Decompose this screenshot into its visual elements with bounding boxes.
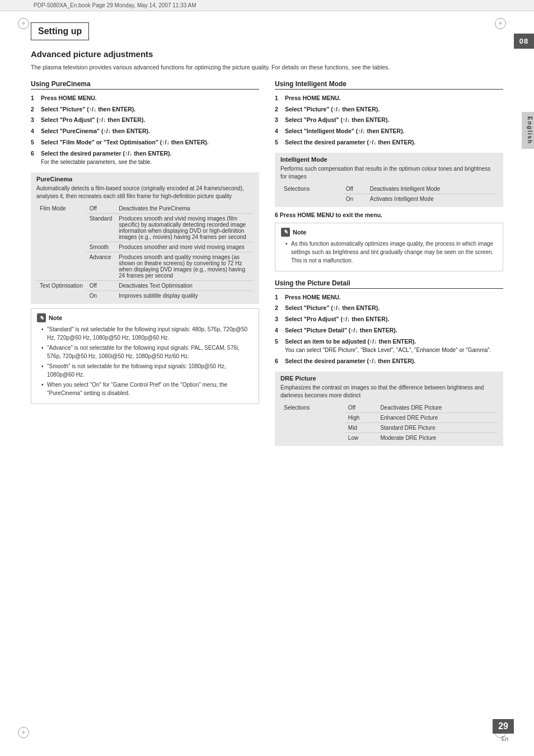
purecinema-heading: Using PureCinema xyxy=(31,80,259,90)
step-1r: 1 Press HOME MENU. xyxy=(275,94,503,103)
step-2r: 2 Select "Picture" (↑/↓ then ENTER). xyxy=(275,105,503,114)
purecinema-box-title: PureCinema xyxy=(36,176,254,182)
intelligent-steps: 1 Press HOME MENU. 2 Select "Picture" (↑… xyxy=(275,94,503,147)
corner-mark-bl xyxy=(18,727,29,738)
note-icon-left: ✎ xyxy=(37,313,46,322)
corner-mark-tl xyxy=(18,18,29,29)
step-2: 2 Select "Picture" (↑/↓ then ENTER). xyxy=(31,105,259,114)
step-4r: 4 Select "Intelligent Mode" (↑/↓ then EN… xyxy=(275,127,503,136)
step-3r: 3 Select "Pro Adjust" (↑/↓ then ENTER). xyxy=(275,116,503,125)
note-list-right: As this function automatically optimizes… xyxy=(281,240,497,265)
page-number: 29 xyxy=(493,719,514,734)
note-title-left: Note xyxy=(49,314,62,321)
header-text: PDP-5080XA_En.book Page 29 Monday, May 1… xyxy=(34,2,196,8)
intelligent-heading: Using Intelligent Mode xyxy=(275,80,503,90)
purecinema-steps: 1 Press HOME MENU. 2 Select "Picture" (↑… xyxy=(31,94,259,167)
left-column: Using PureCinema 1 Press HOME MENU. 2 Se… xyxy=(31,80,259,450)
intelligent-box: Intelligent Mode Performs such compensat… xyxy=(275,153,503,207)
step-3pd: 3 Select "Pro Adjust" (↑/↓ then ENTER). xyxy=(275,315,503,324)
note-item: When you select "On" for "Game Control P… xyxy=(41,381,253,397)
step-4pd: 4 Select "Picture Detail" (↑/↓ then ENTE… xyxy=(275,326,503,335)
step-6: 6 Select the desired parameter (↑/↓ then… xyxy=(31,149,259,167)
table-row: Film Mode Off Deactivates the PureCinema xyxy=(36,204,254,214)
main-title: Advanced picture adjustments xyxy=(31,49,503,59)
picture-detail-heading: Using the Picture Detail xyxy=(275,279,503,289)
step-4: 4 Select "PureCinema" (↑/↓ then ENTER). xyxy=(31,127,259,136)
intelligent-table: Selections Off Deactivates Intelligent M… xyxy=(280,184,498,204)
section-number: 08 xyxy=(514,34,534,49)
page-title: Setting up xyxy=(38,26,82,36)
table-row: Text Optimisation Off Deactivates Text O… xyxy=(36,281,254,291)
step-2pd: 2 Select "Picture" (↑/↓ then ENTER). xyxy=(275,304,503,313)
purecinema-box-desc: Automatically detects a film-based sourc… xyxy=(36,185,254,200)
step-1: 1 Press HOME MENU. xyxy=(31,94,259,103)
step-6-right: 6 Press HOME MENU to exit the menu. xyxy=(275,212,503,218)
dre-box-desc: Emphasizes the contrast on images so tha… xyxy=(280,384,498,400)
step-5pd: 5 Select an item to be adjusted (↑/↓ the… xyxy=(275,337,503,355)
intro-text: The plasma television provides various a… xyxy=(31,63,503,72)
page-en: En xyxy=(502,736,508,742)
purecinema-box: PureCinema Automatically detects a film-… xyxy=(31,172,259,304)
dre-box-title: DRE Picture xyxy=(280,375,498,382)
step-5r: 5 Select the desired parameter (↑/↓ then… xyxy=(275,138,503,147)
intelligent-box-title: Intelligent Mode xyxy=(280,156,498,163)
note-box-left: ✎ Note "Standard" is not selectable for … xyxy=(31,308,259,404)
step-5: 5 Select "Film Mode" or "Text Optimisati… xyxy=(31,138,259,147)
header-bar: PDP-5080XA_En.book Page 29 Monday, May 1… xyxy=(0,0,534,11)
corner-mark-tr xyxy=(495,18,506,29)
note-box-right: ✎ Note As this function automatically op… xyxy=(275,223,503,271)
step-1pd: 1 Press HOME MENU. xyxy=(275,293,503,302)
note-item: As this function automatically optimizes… xyxy=(285,240,497,265)
title-box: Setting up xyxy=(31,22,89,40)
main-content: Setting up Advanced picture adjustments … xyxy=(0,17,534,462)
dre-box: DRE Picture Emphasizes the contrast on i… xyxy=(275,372,503,446)
right-column: Using Intelligent Mode 1 Press HOME MENU… xyxy=(275,80,503,450)
note-title-right: Note xyxy=(293,229,306,236)
note-item: "Smooth" is not selectable for the follo… xyxy=(41,362,253,379)
table-row: Selections Off Deactivates Intelligent M… xyxy=(280,184,498,194)
dre-table: Selections Off Deactivates DRE Picture H… xyxy=(280,403,498,443)
step-3: 3 Select "Pro Adjust" (↑/↓ then ENTER). xyxy=(31,116,259,125)
note-icon-right: ✎ xyxy=(281,228,290,237)
note-item: "Advance" is not selectable for the foll… xyxy=(41,344,253,360)
purecinema-table: Film Mode Off Deactivates the PureCinema… xyxy=(36,204,254,300)
picture-detail-steps: 1 Press HOME MENU. 2 Select "Picture" (↑… xyxy=(275,293,503,366)
step-6pd: 6 Select the desired parameter (↑/↓ then… xyxy=(275,357,503,366)
note-list-left: "Standard" is not selectable for the fol… xyxy=(37,325,253,397)
note-item: "Standard" is not selectable for the fol… xyxy=(41,325,253,342)
table-row: Selections Off Deactivates DRE Picture xyxy=(280,403,498,413)
two-col-layout: Using PureCinema 1 Press HOME MENU. 2 Se… xyxy=(31,80,503,450)
english-tab: English xyxy=(522,112,534,149)
intelligent-box-desc: Performs such compensation that results … xyxy=(280,165,498,181)
